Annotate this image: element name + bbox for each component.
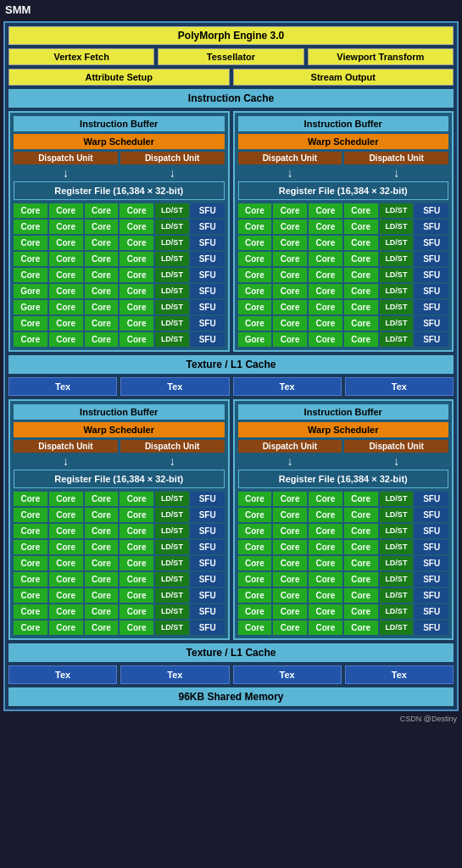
tex-8: Tex xyxy=(345,665,454,684)
ldst-cell: LD/ST xyxy=(380,284,414,298)
sfu-cell: SFU xyxy=(191,572,225,587)
core-cell: Core xyxy=(120,252,153,266)
sfu-cell: SFU xyxy=(191,300,225,314)
arrow-4a: ↓ xyxy=(238,454,342,468)
attribute-setup: Attribute Setup xyxy=(8,69,230,86)
core-cell: Core xyxy=(49,332,83,347)
register-file-2: Register File (16,384 × 32-bit) xyxy=(238,181,449,200)
sm-block-3: Instruction Buffer Warp Scheduler Dispat… xyxy=(8,399,230,640)
ldst-cell: LD/ST xyxy=(380,588,414,603)
ldst-cell: LD/ST xyxy=(155,203,189,218)
core-cell: Core xyxy=(344,236,378,250)
core-grid-3: Core Core Core Core LD/ST SFU Core Core … xyxy=(14,492,225,635)
tex-4: Tex xyxy=(345,377,454,396)
core-row-4-4: Core Core Core Core LD/ST SFU xyxy=(238,540,449,554)
instruction-cache: Instruction Cache xyxy=(8,89,454,108)
core-cell: Core xyxy=(273,203,307,218)
core-cell: Core xyxy=(49,236,83,250)
sfu-cell: SFU xyxy=(415,268,448,282)
tex-6: Tex xyxy=(120,665,229,684)
shared-memory: 96KB Shared Memory xyxy=(8,687,454,706)
core-row-3-1: Core Core Core Core LD/ST SFU xyxy=(14,492,225,506)
core-cell: Core xyxy=(120,604,153,619)
tex-row-bottom: Tex Tex Tex Tex xyxy=(8,665,454,684)
core-cell: Core xyxy=(14,252,47,266)
core-row-2-7: Core Core Core Core LD/ST SFU xyxy=(238,300,449,314)
core-cell: Core xyxy=(85,508,119,522)
sfu-cell: SFU xyxy=(415,284,448,298)
ldst-cell: LD/ST xyxy=(380,203,414,218)
core-cell: Core xyxy=(238,588,272,603)
sfu-cell: SFU xyxy=(191,332,225,347)
arrow-2b: ↓ xyxy=(344,166,448,180)
ldst-cell: LD/ST xyxy=(380,220,414,234)
core-cell: Core xyxy=(14,620,47,635)
core-cell: Core xyxy=(120,524,153,538)
dispatch-row-3: Dispatch Unit Dispatch Unit xyxy=(14,440,225,453)
sfu-cell: SFU xyxy=(415,524,448,538)
stream-output: Stream Output xyxy=(233,69,454,86)
core-cell: Core xyxy=(309,284,342,298)
core-cell: Core xyxy=(120,284,153,298)
core-row-4-5: Core Core Core Core LD/ST SFU xyxy=(238,556,449,570)
core-cell: Core xyxy=(49,220,83,234)
sfu-cell: SFU xyxy=(415,300,448,314)
core-cell: Core xyxy=(273,620,307,635)
core-cell: Core xyxy=(14,316,47,331)
ldst-cell: LD/ST xyxy=(155,556,189,570)
ldst-cell: LD/ST xyxy=(155,572,189,587)
tex-row-top: Tex Tex Tex Tex xyxy=(8,377,454,396)
sfu-cell: SFU xyxy=(415,604,448,619)
core-cell: Core xyxy=(309,300,342,314)
dispatch-row-4: Dispatch Unit Dispatch Unit xyxy=(238,440,449,453)
sfu-cell: SFU xyxy=(415,572,448,587)
core-grid-4: Core Core Core Core LD/ST SFU Core Core … xyxy=(238,492,449,635)
core-cell: Core xyxy=(344,203,378,218)
ldst-cell: LD/ST xyxy=(155,540,189,554)
sfu-cell: SFU xyxy=(415,620,448,635)
core-cell: Core xyxy=(49,284,83,298)
core-cell: Core xyxy=(344,620,378,635)
core-row-1-3: Core Core Core Core LD/ST SFU xyxy=(14,236,225,250)
core-row-2-6: Core Core Core Core LD/ST SFU xyxy=(238,284,449,298)
core-cell: Core xyxy=(14,508,47,522)
core-cell: Core xyxy=(273,556,307,570)
core-cell: Core xyxy=(238,203,272,218)
core-row-3-6: Core Core Core Core LD/ST SFU xyxy=(14,572,225,587)
sm-block-4: Instruction Buffer Warp Scheduler Dispat… xyxy=(233,399,454,640)
ldst-cell: LD/ST xyxy=(380,300,414,314)
core-cell: Core xyxy=(238,300,272,314)
sfu-cell: SFU xyxy=(191,203,225,218)
sm-block-1: Instruction Buffer Warp Scheduler Dispat… xyxy=(8,111,230,352)
core-cell: Core xyxy=(85,604,119,619)
sfu-cell: SFU xyxy=(191,316,225,331)
core-row-4-1: Core Core Core Core LD/ST SFU xyxy=(238,492,449,506)
sfu-cell: SFU xyxy=(415,556,448,570)
dispatch-unit-2a: Dispatch Unit xyxy=(238,152,342,164)
core-cell: Core xyxy=(49,588,83,603)
core-cell: Core xyxy=(49,252,83,266)
core-cell: Core xyxy=(344,220,378,234)
core-row-1-8: Core Core Core Core LD/ST SFU xyxy=(14,316,225,331)
sfu-cell: SFU xyxy=(415,252,448,266)
arrow-row-3: ↓ ↓ xyxy=(14,454,225,468)
ldst-cell: LD/ST xyxy=(155,300,189,314)
core-row-3-2: Core Core Core Core LD/ST SFU xyxy=(14,508,225,522)
core-cell: Core xyxy=(309,268,342,282)
core-cell: Core xyxy=(120,236,153,250)
dispatch-unit-2b: Dispatch Unit xyxy=(344,152,448,164)
ldst-cell: LD/ST xyxy=(155,316,189,331)
ldst-cell: LD/ST xyxy=(155,524,189,538)
warp-scheduler-4: Warp Scheduler xyxy=(238,422,449,437)
ldst-cell: LD/ST xyxy=(155,252,189,266)
core-row-1-9: Core Core Core Core LD/ST SFU xyxy=(14,332,225,347)
core-cell: Core xyxy=(273,316,307,331)
core-cell: Core xyxy=(49,524,83,538)
core-row-4-8: Core Core Core Core LD/ST SFU xyxy=(238,604,449,619)
core-cell: Core xyxy=(49,508,83,522)
core-row-1-4: Core Core Core Core LD/ST SFU xyxy=(14,252,225,266)
core-row-2-5: Core Core Core Core LD/ST SFU xyxy=(238,268,449,282)
sfu-cell: SFU xyxy=(415,508,448,522)
core-row-4-2: Core Core Core Core LD/ST SFU xyxy=(238,508,449,522)
instruction-buffer-3: Instruction Buffer xyxy=(14,404,225,420)
